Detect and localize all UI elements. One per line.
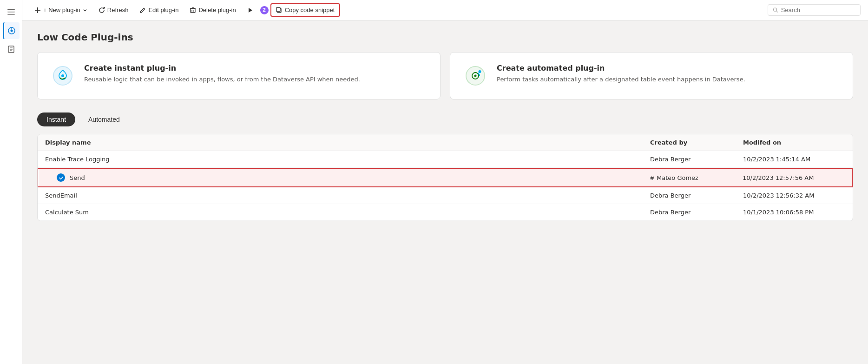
refresh-button[interactable]: Refresh bbox=[94, 4, 133, 16]
row1-modified-on: 10/2/2023 1:45:14 AM bbox=[743, 156, 845, 163]
table-row[interactable]: Enable Trace Logging Debra Berger 10/2/2… bbox=[38, 151, 853, 168]
refresh-icon bbox=[99, 7, 105, 13]
new-plugin-label: + New plug-in bbox=[43, 7, 80, 13]
sidebar-item-book[interactable] bbox=[3, 41, 20, 58]
create-automated-card[interactable]: Create automated plug-in Perform tasks a… bbox=[450, 52, 853, 99]
copy-snippet-button[interactable]: Copy code snippet bbox=[270, 3, 341, 17]
row2-modified-on: 10/2/2023 12:57:56 AM bbox=[743, 174, 845, 181]
col-display-name: Display name bbox=[45, 139, 650, 146]
search-icon bbox=[773, 7, 778, 13]
copy-snippet-label: Copy code snippet bbox=[285, 7, 335, 13]
cards-row: Create instant plug-in Reusable logic th… bbox=[37, 52, 853, 99]
new-plugin-button[interactable]: + New plug-in bbox=[30, 4, 92, 16]
col-created-by: Created by bbox=[650, 139, 743, 146]
row1-created-by: Debra Berger bbox=[650, 156, 743, 163]
edit-icon bbox=[139, 7, 146, 13]
delete-plugin-button[interactable]: Delete plug-in bbox=[185, 4, 240, 16]
instant-plugin-icon bbox=[51, 64, 75, 88]
delete-label: Delete plug-in bbox=[198, 7, 236, 13]
run-icon bbox=[247, 7, 254, 13]
plugins-table: Display name Created by Modifed on Enabl… bbox=[37, 134, 853, 221]
page-content: Low Code Plug-ins Create instant plug-in… bbox=[22, 20, 868, 364]
svg-point-27 bbox=[479, 70, 481, 73]
table-row[interactable]: Calculate Sum Debra Berger 10/1/2023 10:… bbox=[38, 204, 853, 221]
page-title: Low Code Plug-ins bbox=[37, 32, 853, 43]
table-row[interactable]: 1 Send # Mateo Gomez 10/2/2023 12:57:56 … bbox=[37, 168, 853, 187]
tab-instant[interactable]: Instant bbox=[37, 113, 75, 126]
svg-line-21 bbox=[776, 11, 778, 12]
svg-marker-17 bbox=[249, 8, 252, 13]
table-header: Display name Created by Modifed on bbox=[38, 134, 853, 151]
row4-created-by: Debra Berger bbox=[650, 209, 743, 216]
svg-point-20 bbox=[773, 8, 776, 11]
check-icon bbox=[57, 173, 65, 182]
refresh-label: Refresh bbox=[107, 7, 129, 13]
svg-point-23 bbox=[61, 74, 64, 77]
tab-automated[interactable]: Automated bbox=[79, 113, 129, 126]
automated-card-title: Create automated plug-in bbox=[497, 64, 745, 73]
row2-name: Send bbox=[70, 174, 85, 181]
instant-card-title: Create instant plug-in bbox=[84, 64, 360, 73]
automated-card-text: Create automated plug-in Perform tasks a… bbox=[497, 64, 745, 84]
row3-created-by: Debra Berger bbox=[650, 192, 743, 199]
menu-icon[interactable] bbox=[3, 4, 20, 20]
plus-icon bbox=[34, 7, 41, 13]
sidebar bbox=[0, 0, 22, 364]
main-area: + New plug-in Refresh Edit plug-in bbox=[22, 0, 868, 364]
create-instant-card[interactable]: Create instant plug-in Reusable logic th… bbox=[37, 52, 441, 99]
edit-plugin-button[interactable]: Edit plug-in bbox=[135, 4, 183, 16]
row4-modified-on: 10/1/2023 10:06:58 PM bbox=[743, 209, 845, 216]
automated-plugin-icon bbox=[463, 64, 487, 88]
run-button[interactable] bbox=[243, 5, 258, 16]
svg-rect-12 bbox=[191, 8, 195, 13]
edit-label: Edit plug-in bbox=[148, 7, 178, 13]
svg-rect-0 bbox=[7, 9, 15, 10]
sidebar-item-network[interactable] bbox=[3, 22, 20, 39]
copy-snippet-badge: 2 bbox=[260, 6, 269, 14]
chevron-down-icon bbox=[83, 8, 87, 13]
table-row[interactable]: SendEmail Debra Berger 10/2/2023 12:56:3… bbox=[38, 187, 853, 204]
col-modified-on: Modifed on bbox=[743, 139, 845, 146]
automated-card-desc: Perform tasks automatically after a desi… bbox=[497, 75, 745, 84]
search-input[interactable] bbox=[781, 7, 855, 13]
svg-rect-2 bbox=[7, 14, 15, 15]
row3-name: SendEmail bbox=[45, 192, 650, 199]
instant-card-text: Create instant plug-in Reusable logic th… bbox=[84, 64, 360, 84]
tabs-row: Instant Automated bbox=[37, 113, 853, 126]
toolbar: + New plug-in Refresh Edit plug-in bbox=[22, 0, 868, 20]
svg-rect-1 bbox=[7, 12, 15, 13]
svg-point-26 bbox=[474, 75, 477, 77]
svg-point-4 bbox=[11, 30, 13, 32]
delete-icon bbox=[190, 7, 196, 13]
row4-name: Calculate Sum bbox=[45, 209, 650, 216]
svg-rect-19 bbox=[276, 7, 280, 12]
copy-icon bbox=[276, 7, 283, 13]
instant-card-desc: Reusable logic that can be invoked in ap… bbox=[84, 75, 360, 84]
row2-created-by: # Mateo Gomez bbox=[650, 174, 743, 181]
row2-name-cell: Send bbox=[57, 173, 650, 182]
row1-name: Enable Trace Logging bbox=[45, 156, 650, 163]
search-box[interactable] bbox=[768, 4, 861, 16]
row3-modified-on: 10/2/2023 12:56:32 AM bbox=[743, 192, 845, 199]
